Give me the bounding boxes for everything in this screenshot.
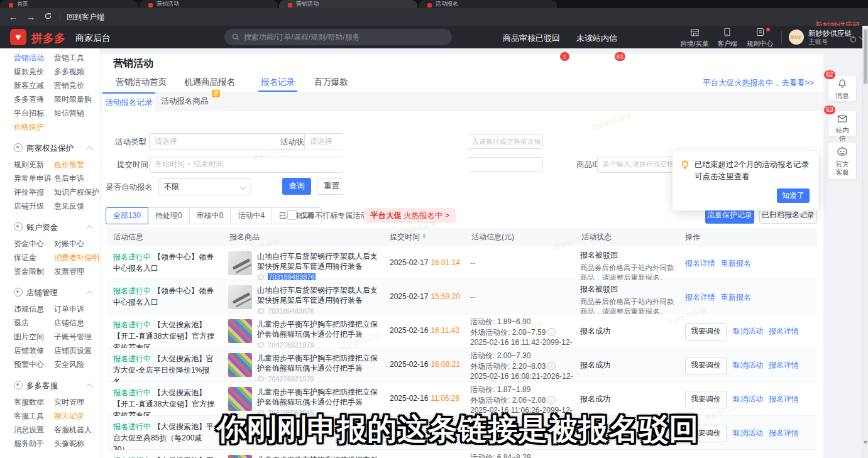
sidebar-item[interactable]: 新客立减 [14, 79, 54, 92]
sidebar-item[interactable]: 店铺装修 [14, 344, 54, 357]
avatar[interactable]: 新妙妙 [789, 30, 804, 45]
sidebar-group-funds[interactable]: 账户资金 [14, 218, 101, 237]
sidebar-item[interactable]: 退店 [14, 316, 54, 330]
sidebar-item[interactable]: 店铺页设置 [54, 344, 101, 357]
sidebar-item[interactable]: 消费者补偿明细 [54, 251, 101, 264]
adjust-price-button[interactable]: 我要调价 [685, 323, 727, 341]
sort-icon[interactable] [422, 233, 426, 239]
scrollbar-thumb[interactable] [864, 29, 868, 84]
back-to-client-link[interactable]: 回到客户端 [67, 12, 104, 23]
sidebar-group-service[interactable]: 多多客服 [14, 376, 101, 395]
re-enroll-link[interactable]: 重新报名 [721, 259, 751, 268]
enroll-detail-link[interactable]: 报名详情 [769, 361, 799, 369]
sidebar-item[interactable]: 违规信息 [14, 302, 54, 316]
sidebar-item[interactable]: 订单申诉 [54, 302, 101, 316]
scrollbar-track[interactable] [862, 26, 868, 458]
sidebar-item[interactable]: 售后申诉 [54, 172, 101, 185]
sidebar-item[interactable]: 发票管理 [54, 264, 101, 278]
sidebar-item[interactable]: 平台招标 [14, 106, 54, 120]
untagged-only-checkbox[interactable] [287, 210, 297, 220]
got-it-button[interactable]: 知道了 [777, 188, 810, 203]
chip-reviewing[interactable]: 审核中0 [189, 207, 231, 224]
collapse-caret-icon[interactable] [87, 146, 93, 153]
reset-button[interactable]: 重置 [317, 178, 346, 195]
review-rejected-link[interactable]: 商品审核已驳回 [503, 33, 560, 44]
browser-tab-active[interactable]: 营销活动 [279, 0, 417, 9]
dock-inbox[interactable]: 站内信 [828, 111, 856, 136]
cross-border-link[interactable]: 跨境/买菜 [680, 28, 709, 48]
sidebar-group-shop[interactable]: 店铺管理 [14, 283, 101, 302]
dock-messages[interactable]: 消息 [828, 76, 856, 101]
sidebar-item[interactable]: 知识产权保护 [54, 185, 101, 199]
search-button[interactable]: 查询 [282, 178, 311, 195]
subtab-activity-products[interactable]: 活动报名商品 新 [158, 92, 211, 110]
tab-million-hits[interactable]: 百万爆款 [314, 77, 348, 88]
browser-tab[interactable]: 活动报名 [419, 0, 557, 9]
sidebar-item[interactable]: 资金中心 [14, 237, 54, 251]
cancel-activity-link[interactable]: 取消活动 [733, 327, 763, 335]
sidebar-item[interactable]: 多多直播 [14, 92, 54, 106]
info-icon[interactable] [547, 328, 556, 336]
info-icon[interactable] [547, 362, 556, 370]
activity-id-input[interactable]: 入请换行或空格依次输入 [466, 134, 543, 149]
secondary-input[interactable] [466, 157, 543, 172]
browser-tab[interactable]: 营销活动 [140, 0, 278, 9]
unread-inbox-link[interactable]: 未读站内信 [576, 33, 617, 44]
sidebar-item-yingxiaohuodong[interactable]: 营销活动 [14, 51, 54, 65]
chip-active[interactable]: 活动中4 [230, 207, 272, 224]
sidebar-item[interactable]: 爆款竞价 [14, 65, 54, 79]
sidebar-item[interactable]: 营销工具 [54, 51, 101, 65]
sidebar-item[interactable]: 预警中心 [14, 357, 54, 371]
auto-enroll-select[interactable]: 不限 [158, 178, 251, 195]
enroll-detail-link[interactable]: 报名详情 [685, 259, 715, 268]
cancel-activity-link[interactable]: 取消活动 [733, 361, 763, 369]
collapse-caret-icon[interactable] [87, 226, 93, 232]
sidebar-item[interactable]: 价格保护 [14, 120, 54, 134]
chip-all[interactable]: 全部130 [106, 207, 148, 224]
back-icon[interactable]: ← [9, 12, 18, 22]
global-search-input[interactable]: 搜索功能/订单/课程/规则/帮助/服务 [224, 29, 452, 45]
sidebar-item[interactable]: 店铺信息 [54, 316, 101, 330]
sidebar-item[interactable]: 短信营销 [54, 106, 101, 120]
sidebar-item[interactable]: 规则更新 [14, 158, 54, 172]
sidebar-item[interactable]: 低价预警 [54, 158, 101, 172]
promo-link[interactable]: 平台大促火热报名中，去看看>> [703, 78, 814, 89]
enroll-detail-link[interactable]: 报名详情 [685, 293, 715, 302]
client-app-link[interactable]: 客户端 [713, 28, 742, 48]
enroll-detail-link[interactable]: 报名详情 [769, 395, 799, 403]
sidebar-item[interactable]: 子账号管理 [54, 330, 101, 344]
reload-icon[interactable] [44, 12, 52, 22]
sidebar-item[interactable]: 图片空间 [14, 330, 54, 344]
adjust-price-button[interactable]: 我要调价 [685, 357, 727, 374]
re-enroll-link[interactable]: 重新报名 [721, 293, 751, 302]
rules-center-link[interactable]: 规则中心 [745, 28, 774, 48]
sidebar-item[interactable]: 意见反馈 [54, 199, 101, 213]
sidebar-item[interactable]: 评价举报 [14, 185, 54, 199]
enroll-detail-link[interactable]: 报名详情 [769, 327, 799, 335]
forward-icon[interactable]: → [26, 12, 35, 22]
sidebar-item[interactable]: 限时限量购 [54, 92, 101, 106]
pinduoduo-logo-icon[interactable]: ♥ [10, 29, 26, 45]
sidebar-group-jinbao[interactable]: 多多进宝 [14, 455, 101, 458]
submit-time-range-input[interactable]: 开始时间 ~ 结束时间 [149, 156, 363, 173]
collapse-caret-icon[interactable] [87, 384, 93, 390]
sidebar-item[interactable]: 店铺升级 [14, 199, 54, 213]
sidebar-item[interactable]: 营销竞价 [54, 79, 101, 92]
sidebar-item[interactable]: 安全风险 [54, 357, 101, 371]
adjust-price-button[interactable]: 我要调价 [685, 391, 727, 408]
subtab-activity-records[interactable]: 活动报名记录 [102, 92, 155, 111]
logout-icon[interactable] [850, 34, 857, 45]
sidebar-item[interactable]: 对账中心 [54, 237, 101, 251]
tab-enroll-records[interactable]: 报名记录 [261, 77, 295, 88]
sidebar-item[interactable]: 保证金 [14, 251, 54, 264]
sidebar-item[interactable]: 实时管理 [54, 395, 101, 409]
chip-pending[interactable]: 待处理0 [148, 207, 190, 224]
cancel-activity-link[interactable]: 取消活动 [733, 395, 763, 403]
dock-official-support[interactable]: 官方客服 [828, 143, 856, 179]
info-icon[interactable] [547, 396, 556, 404]
collapse-caret-icon[interactable] [87, 291, 93, 297]
sidebar-item[interactable]: 异常单申诉 [14, 172, 54, 185]
browser-tab[interactable]: 首页 [0, 0, 138, 9]
sidebar-group-rights[interactable]: 商家权益保护 [14, 139, 101, 158]
tab-marketing-home[interactable]: 营销活动首页 [116, 77, 167, 88]
